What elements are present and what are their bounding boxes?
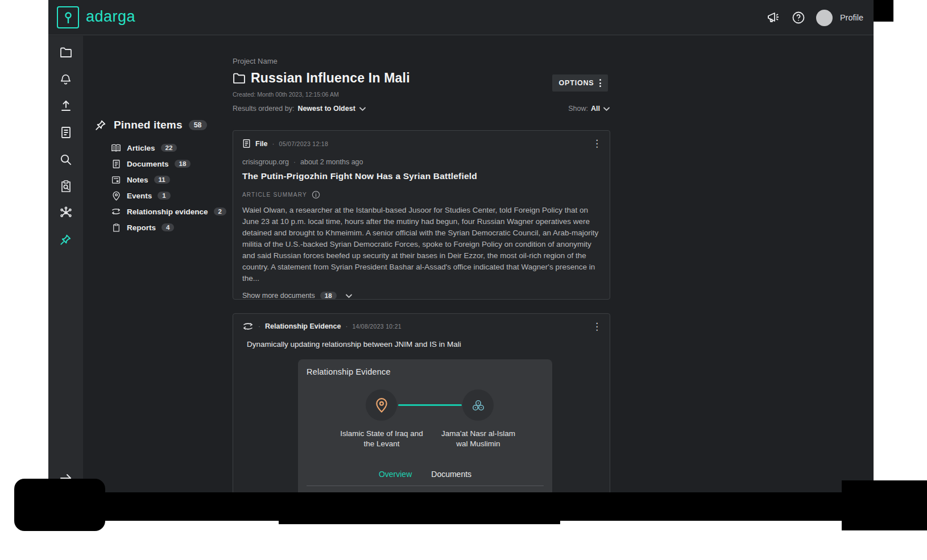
pinned-items-header: Pinned items 58 — [94, 118, 207, 132]
relationship-evidence-card: · Relationship Evidence · 14/08/2023 10:… — [233, 313, 610, 493]
show-more-documents[interactable]: Show more documents 18 — [242, 292, 601, 300]
pinned-item-relationship-evidence[interactable]: Relationship evidence 2 — [111, 204, 226, 219]
pinned-items-list: Articles 22 Documents 18 Notes — [111, 140, 226, 235]
relationship-evidence-panel: Relationship Evidence — [298, 359, 552, 493]
document-icon — [111, 159, 121, 169]
dot-separator: · — [272, 140, 275, 148]
options-button-label: OPTIONS — [559, 79, 594, 87]
article-summary-text: Waiel Olwan, a researcher at the Istanbu… — [242, 205, 601, 284]
pinned-item-events[interactable]: Events 1 — [111, 188, 226, 204]
dot-separator: · — [258, 322, 260, 330]
sidebar — [48, 36, 83, 493]
page-title: Russian Influence In Mali — [251, 70, 410, 86]
pinned-item-label: Events — [127, 192, 152, 200]
pin-icon — [94, 118, 107, 132]
network-icon[interactable] — [59, 206, 73, 219]
upload-icon[interactable] — [59, 99, 73, 113]
pinned-item-articles[interactable]: Articles 22 — [111, 140, 226, 156]
entity-node-isil[interactable] — [366, 389, 397, 421]
pinned-item-reports[interactable]: Reports 4 — [111, 219, 226, 235]
avatar[interactable] — [816, 10, 833, 26]
card-type-label: Relationship Evidence — [265, 322, 341, 330]
options-button[interactable]: OPTIONS — [552, 74, 608, 92]
tab-overview[interactable]: Overview — [379, 470, 412, 481]
show-more-label: Show more documents — [242, 292, 315, 300]
pinned-item-count: 22 — [161, 144, 177, 152]
pinned-item-count: 1 — [158, 192, 170, 200]
pinned-item-count: 18 — [175, 160, 191, 168]
chevron-down-icon — [345, 293, 353, 298]
relationship-title: Dynamically updating relationship betwee… — [247, 340, 601, 349]
chevron-down-icon[interactable] — [359, 106, 366, 111]
article-summary-label: ARTICLE SUMMARY — [242, 192, 307, 198]
pinned-item-documents[interactable]: Documents 18 — [111, 156, 226, 172]
pinned-item-label: Notes — [127, 176, 148, 184]
pinned-item-label: Articles — [127, 144, 155, 152]
megaphone-icon[interactable] — [767, 11, 781, 24]
results-ordered-value[interactable]: Newest to Oldest — [297, 105, 355, 113]
kebab-icon[interactable]: ⋮ — [592, 139, 602, 148]
note-icon — [111, 175, 121, 185]
folder-icon[interactable] — [59, 45, 73, 59]
bell-icon[interactable] — [59, 72, 73, 86]
entity-label-isil: Islamic State of Iraq and the Levant — [339, 429, 424, 449]
torn-edge-decoration — [842, 480, 927, 530]
pinned-item-count: 2 — [214, 208, 226, 215]
source-domain[interactable]: crisisgroup.org — [242, 158, 289, 166]
folder-icon — [233, 72, 246, 84]
show-label: Show: — [568, 105, 588, 113]
clipboard-search-icon[interactable] — [59, 179, 73, 193]
pinned-items-count: 58 — [189, 120, 207, 130]
entity-node-jnim[interactable] — [462, 389, 494, 421]
article-age: about 2 months ago — [300, 158, 363, 166]
adarga-logo-icon[interactable] — [57, 6, 79, 28]
created-timestamp: Created: Month 00th 2023, 12:15:06 AM — [233, 91, 339, 98]
pinned-item-notes[interactable]: Notes 11 — [111, 172, 226, 188]
chevron-down-icon[interactable] — [603, 106, 610, 111]
document-icon — [242, 139, 251, 148]
relationship-connector-line — [398, 404, 462, 406]
torn-edge-decoration — [279, 516, 560, 524]
info-icon[interactable] — [312, 190, 320, 199]
tab-documents[interactable]: Documents — [431, 470, 471, 481]
panel-title: Relationship Evidence — [307, 367, 544, 376]
pinned-item-count: 11 — [154, 176, 170, 184]
relationship-arrows-icon — [111, 206, 121, 217]
kebab-icon — [599, 79, 601, 87]
profile-label[interactable]: Profile — [840, 13, 863, 22]
pin-icon[interactable] — [59, 233, 73, 246]
card-datetime: 14/08/2023 10:21 — [352, 323, 402, 330]
card-datetime: 05/07/2023 12:18 — [279, 140, 329, 147]
page-canvas: adarga Profile — [0, 0, 927, 560]
book-icon — [111, 143, 121, 153]
app-window: adarga Profile — [48, 0, 874, 493]
search-icon[interactable] — [59, 152, 73, 166]
entity-label-jnim: Jama'at Nasr al-Islam wal Muslimin — [436, 429, 521, 449]
brand-name: adarga — [86, 8, 135, 26]
location-pin-icon — [375, 397, 388, 413]
torn-edge-decoration — [874, 0, 893, 22]
article-title[interactable]: The Putin-Prigozhin Fight Now Has a Syri… — [242, 171, 601, 181]
card-type-label: File — [255, 140, 268, 148]
relationship-arrows-icon — [242, 322, 254, 331]
pinned-item-label: Documents — [127, 160, 169, 168]
show-more-count: 18 — [320, 292, 337, 300]
help-icon[interactable] — [792, 11, 805, 24]
show-value[interactable]: All — [591, 105, 600, 113]
pinned-items-title: Pinned items — [114, 119, 183, 131]
tabs-divider — [307, 486, 544, 486]
dot-separator: · — [345, 322, 347, 330]
project-name-label: Project Name — [233, 57, 278, 65]
file-card: File · 05/07/2023 12:18 ⋮ crisisgroup.or… — [233, 130, 610, 300]
results-ordered-label: Results ordered by: — [233, 105, 294, 113]
pinned-item-label: Relationship evidence — [127, 208, 208, 216]
document-icon[interactable] — [59, 126, 73, 139]
location-pin-icon — [111, 190, 121, 201]
cluster-icon — [471, 399, 486, 412]
kebab-icon[interactable]: ⋮ — [592, 322, 602, 331]
pinned-item-label: Reports — [127, 223, 156, 232]
report-icon — [111, 222, 121, 233]
dot-separator: · — [293, 158, 296, 166]
topbar: adarga Profile — [48, 0, 874, 35]
pinned-item-count: 4 — [162, 223, 174, 231]
